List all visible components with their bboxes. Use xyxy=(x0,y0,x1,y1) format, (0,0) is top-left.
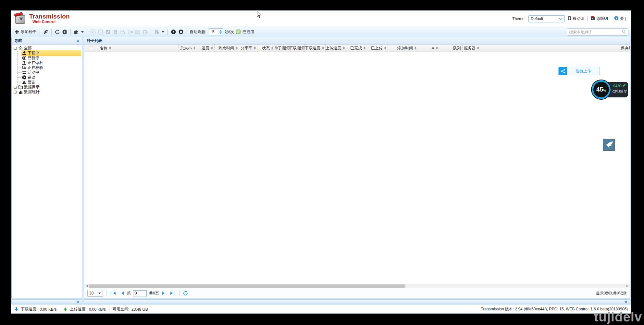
resume-all-button[interactable] xyxy=(170,28,177,36)
main-bottom-bar: « xyxy=(84,299,630,304)
plugin-menu-button[interactable] xyxy=(73,28,85,36)
column-header-下载|活跃[interactable]: 下载|活跃 xyxy=(290,44,305,52)
settings-button[interactable] xyxy=(61,28,68,36)
pause-all-button[interactable] xyxy=(177,28,185,36)
nav-statistics[interactable]: +数据统计 xyxy=(14,90,81,94)
last-page-button[interactable] xyxy=(169,292,176,295)
chevron-down-icon xyxy=(559,17,563,21)
collapse-up-icon[interactable]: « xyxy=(624,300,628,303)
add-icon xyxy=(14,30,19,34)
spinner-arrows[interactable] xyxy=(218,29,223,35)
torrent-table-body[interactable] xyxy=(84,52,630,284)
page-number-input[interactable] xyxy=(133,290,147,296)
column-header-上传速度[interactable]: 上传速度 xyxy=(326,44,346,52)
sort-menu-button[interactable] xyxy=(153,28,166,36)
add-torrent-button[interactable]: 添加种子 xyxy=(13,28,38,36)
search-input[interactable] xyxy=(569,30,622,34)
sort-arrows-icon[interactable] xyxy=(477,45,479,51)
auto-refresh-checkbox[interactable] xyxy=(236,30,241,34)
tree-expander-icon[interactable]: + xyxy=(14,91,17,94)
refresh-interval-input[interactable] xyxy=(208,29,218,35)
start-all-button[interactable] xyxy=(42,28,49,36)
tree-expander-icon[interactable]: + xyxy=(14,86,17,89)
sort-arrows-icon[interactable] xyxy=(193,45,195,51)
tree-expander-icon[interactable]: - xyxy=(14,47,17,50)
navigation-title: 导航 xyxy=(14,38,22,44)
column-header-添加时间[interactable]: 添加时间 xyxy=(388,44,418,52)
divider xyxy=(60,307,60,311)
nav-statistics-item[interactable]: 数据统计 xyxy=(18,89,81,95)
toolbar-separator xyxy=(70,29,71,35)
first-page-button[interactable] xyxy=(110,292,117,295)
column-header-#[interactable]: # xyxy=(418,44,452,52)
column-header-总大小[interactable]: 总大小 xyxy=(179,44,197,52)
original-ui-link[interactable]: 原版UI xyxy=(590,16,608,21)
swallow-extension-icon[interactable] xyxy=(603,139,615,151)
sort-arrows-icon[interactable] xyxy=(364,45,365,51)
sort-arrows-icon[interactable] xyxy=(236,45,238,51)
app-title: Transmission xyxy=(29,13,70,20)
scroll-right-button[interactable] xyxy=(626,284,630,288)
column-header-种子|活跃[interactable]: 种子|活跃 xyxy=(275,44,290,52)
next-page-button[interactable] xyxy=(161,292,167,295)
tree-guide-line xyxy=(18,77,21,78)
column-label: 总大小 xyxy=(180,45,192,51)
caret-down-icon xyxy=(81,31,84,34)
column-label: # xyxy=(432,46,434,50)
collapse-sidebar-icon[interactable]: « xyxy=(77,39,79,43)
column-label: 已上传 xyxy=(371,45,383,51)
tree-guide-line xyxy=(18,53,21,53)
mobile-ui-link[interactable]: 移动UI xyxy=(568,16,584,21)
sort-arrows-icon[interactable] xyxy=(271,45,273,51)
enabled-label: 已启用 xyxy=(242,29,254,35)
refresh-list-icon[interactable] xyxy=(183,291,188,296)
collapse-up-icon[interactable]: « xyxy=(76,300,80,303)
theme-select[interactable]: Default xyxy=(528,15,565,22)
scroll-left-button[interactable] xyxy=(84,284,88,288)
sort-arrows-icon[interactable] xyxy=(322,45,324,51)
sort-icon xyxy=(155,30,159,34)
scrollbar-thumb[interactable] xyxy=(89,284,405,288)
sort-arrows-icon[interactable] xyxy=(343,45,345,51)
prev-page-button[interactable] xyxy=(119,292,125,295)
sort-arrows-icon[interactable] xyxy=(436,45,438,51)
column-header-下载速度[interactable]: 下载速度 xyxy=(305,44,326,52)
tree-guide-line xyxy=(18,63,21,63)
app-window: Transmission Web Control Theme: Default … xyxy=(11,10,631,314)
column-header-分享率[interactable]: 分享率 xyxy=(239,44,257,52)
drag-upload-button[interactable]: 拖拽上传 xyxy=(558,67,600,75)
column-header-已完成[interactable]: 已完成 xyxy=(346,44,367,52)
column-header-已上传[interactable]: 已上传 xyxy=(367,44,388,52)
column-header-剩余时间[interactable]: 剩余时间 xyxy=(215,44,239,52)
select-all-column[interactable] xyxy=(84,44,98,52)
column-header-进度[interactable]: 进度 xyxy=(197,44,215,52)
mouse-cursor xyxy=(256,11,262,19)
page-size-select[interactable]: 30 xyxy=(87,290,103,297)
sort-arrows-icon[interactable] xyxy=(254,45,256,51)
column-header-状态[interactable]: 状态 xyxy=(257,44,275,52)
sort-arrows-icon[interactable] xyxy=(109,45,111,51)
edit-button xyxy=(104,28,112,36)
about-link[interactable]: 关于 xyxy=(614,16,628,21)
nav-statistics-label: 数据统计 xyxy=(24,89,40,95)
column-header-服务器[interactable]: 服务器 xyxy=(463,44,619,52)
cpu-temp-label: CPU温度 xyxy=(612,89,627,94)
search-icon[interactable] xyxy=(622,29,626,35)
toolbar-separator xyxy=(51,29,52,35)
horizontal-scrollbar[interactable] xyxy=(84,284,630,288)
cpu-temperature-widget: 45 % 84°C CPU温度 xyxy=(592,80,628,99)
column-header-名称[interactable]: 名称 xyxy=(98,44,179,52)
toolbar-separator xyxy=(167,29,168,35)
sort-arrows-icon[interactable] xyxy=(211,45,213,51)
navigation-tree: -全部下载中已暂停正在做种正在校验活动中错误警告+数据目录+数据统计 xyxy=(12,44,82,298)
reload-button[interactable] xyxy=(54,28,61,36)
refresh-interval-spinner[interactable] xyxy=(208,28,223,35)
resume-all-circle-icon xyxy=(171,30,176,34)
rocket-icon xyxy=(43,30,48,34)
select-all-checkbox[interactable] xyxy=(89,46,93,50)
sort-arrows-icon[interactable] xyxy=(384,45,386,51)
column-header-队列[interactable]: 队列 xyxy=(452,44,463,52)
recheck-icon xyxy=(120,30,125,34)
column-header-保存目录[interactable]: 保存目录 xyxy=(619,44,630,52)
sort-arrows-icon[interactable] xyxy=(415,45,416,51)
